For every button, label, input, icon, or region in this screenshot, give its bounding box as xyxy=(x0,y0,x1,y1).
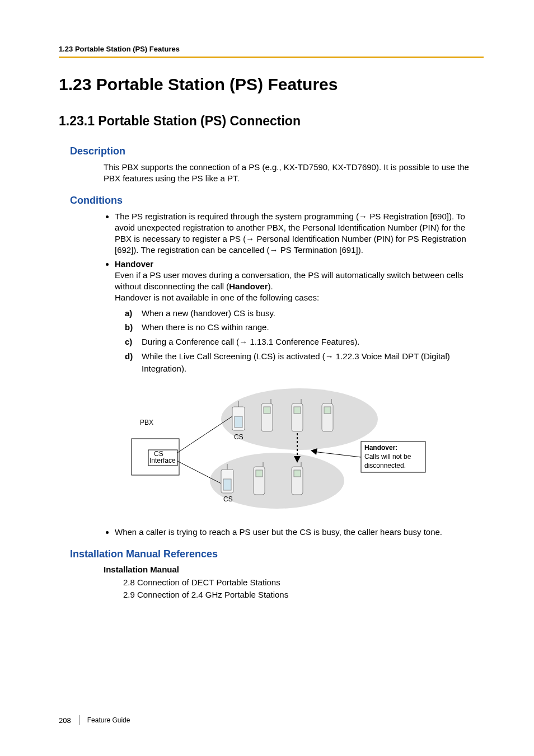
page-title: 1.23 Portable Station (PS) Features xyxy=(59,75,484,94)
case-d: d) While the Live Call Screening (LCS) i… xyxy=(125,350,484,375)
case-b-marker: b) xyxy=(125,321,133,334)
arrow-icon: → xyxy=(246,234,254,243)
handset-icon xyxy=(254,462,265,495)
svg-rect-13 xyxy=(264,407,270,414)
case-c-marker: c) xyxy=(125,336,132,348)
case-c: c) During a Conference call (→ 1.13.1 Co… xyxy=(125,336,484,348)
header-breadcrumb: 1.23 Portable Station (PS) Features xyxy=(59,45,484,53)
description-heading: Description xyxy=(70,145,484,157)
svg-rect-25 xyxy=(294,470,301,477)
handover-title: Handover xyxy=(115,259,153,269)
description-text: This PBX supports the connection of a PS… xyxy=(104,162,484,185)
handover-line2: Handover is not available in one of the … xyxy=(115,293,319,302)
svg-rect-8 xyxy=(235,416,242,428)
svg-rect-22 xyxy=(256,470,263,477)
case-d-t1: While the Live Call Screening (LCS) is a… xyxy=(142,351,325,361)
svg-line-4 xyxy=(177,416,232,453)
svg-rect-16 xyxy=(294,407,301,414)
handover-line1c: ). xyxy=(268,281,273,291)
handover-line1b: Handover xyxy=(229,281,268,291)
page: 1.23 Portable Station (PS) Features 1.23… xyxy=(0,0,534,756)
handover-diagram: PBX CS Interface CS CS xyxy=(115,386,484,516)
condition-item-registration: The PS registration is required through … xyxy=(115,211,484,256)
svg-rect-19 xyxy=(324,407,331,414)
cond1-p1: The PS registration is required through … xyxy=(115,212,359,221)
case-c-t1: During a Conference call ( xyxy=(142,337,239,346)
case-a-text: When a new (handover) CS is busy. xyxy=(142,308,275,318)
header-rule xyxy=(59,57,484,58)
conditions-heading: Conditions xyxy=(70,195,484,206)
install-item: 2.9 Connection of 2.4 GHz Portable Stati… xyxy=(123,589,484,602)
section-title: 1.23.1 Portable Station (PS) Connection xyxy=(59,114,484,129)
condition-item-busy: When a caller is trying to reach a PS us… xyxy=(115,527,484,538)
handover-line1a: Even if a PS user moves during a convers… xyxy=(115,270,463,291)
handset-icon xyxy=(292,399,303,431)
cond1-a3: PS Termination [691]). xyxy=(278,245,363,255)
case-b-text: When there is no CS within range. xyxy=(142,322,269,332)
diagram-cs-top-label: CS xyxy=(234,433,243,441)
footer-label: Feature Guide xyxy=(87,716,130,724)
diagram-csif-label-2: Interface xyxy=(149,457,176,464)
conditions-list: The PS registration is required through … xyxy=(104,211,484,375)
svg-rect-11 xyxy=(223,479,231,490)
page-number: 208 xyxy=(59,716,71,725)
handset-icon xyxy=(261,399,273,431)
diagram-box-line2: disconnected. xyxy=(364,462,406,469)
arrow-icon: → xyxy=(359,212,367,221)
diagram-box-line1: Calls will not be xyxy=(364,453,411,461)
install-ref-heading: Installation Manual References xyxy=(70,548,484,560)
footer-divider xyxy=(79,715,79,725)
install-subhead: Installation Manual xyxy=(104,565,484,574)
case-a: a) When a new (handover) CS is busy. xyxy=(125,307,484,320)
diagram-box-title: Handover: xyxy=(364,444,397,452)
arrow-icon: → xyxy=(270,245,278,255)
condition-item-handover: Handover Even if a PS user moves during … xyxy=(115,259,484,375)
svg-line-30 xyxy=(313,452,361,457)
handset-icon xyxy=(292,462,303,495)
diagram-cs-bottom-label: CS xyxy=(223,495,233,503)
diagram-pbx-label: PBX xyxy=(140,419,153,426)
handover-cases: a) When a new (handover) CS is busy. b) … xyxy=(125,307,484,375)
page-footer: 208 Feature Guide xyxy=(59,715,130,725)
arrow-icon: → xyxy=(325,351,334,361)
arrow-icon: → xyxy=(239,337,247,346)
install-list: 2.8 Connection of DECT Portable Stations… xyxy=(123,576,484,602)
case-b: b) When there is no CS within range. xyxy=(125,321,484,334)
case-d-marker: d) xyxy=(125,350,133,363)
case-c-t2: 1.13.1 Conference Features). xyxy=(247,337,359,346)
install-item: 2.8 Connection of DECT Portable Stations xyxy=(123,576,484,589)
handset-icon xyxy=(322,399,333,431)
case-a-marker: a) xyxy=(125,307,132,320)
conditions-list-extra: When a caller is trying to reach a PS us… xyxy=(104,527,484,538)
